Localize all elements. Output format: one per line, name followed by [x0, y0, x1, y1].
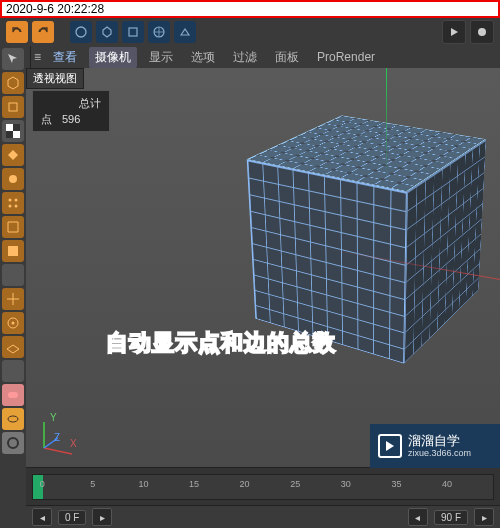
axis-label-y: Y — [50, 412, 57, 423]
record-button[interactable] — [470, 20, 494, 44]
tick: 5 — [90, 479, 95, 489]
svg-rect-4 — [9, 103, 17, 111]
axis-label-x: X — [70, 438, 77, 449]
tool-sep1 — [2, 264, 24, 286]
svg-rect-1 — [129, 28, 137, 36]
menu-display[interactable]: 显示 — [143, 47, 179, 68]
tick: 40 — [442, 479, 452, 489]
viewport-menu-bar: ≡ 查看 摄像机 显示 选项 过滤 面板 ProRender — [26, 46, 500, 68]
status-bar: ◂ 0 F ▸ ◂ 90 F ▸ — [26, 505, 500, 528]
prim-button-4[interactable] — [148, 21, 170, 43]
play-next-button[interactable]: ▸ — [92, 508, 112, 526]
tool-misc2[interactable] — [2, 408, 24, 430]
frame-end-field[interactable]: 90 F — [434, 510, 468, 525]
watermark-url: zixue.3d66.com — [408, 448, 471, 458]
tool-faces[interactable] — [2, 240, 24, 262]
top-toolbar — [0, 18, 500, 47]
menu-prorender[interactable]: ProRender — [311, 48, 381, 66]
perspective-viewport[interactable]: 透视视图 总计 点596 自动显示点和边的总数 Y X Z — [26, 68, 500, 468]
svg-rect-14 — [8, 246, 18, 256]
playback-button[interactable] — [442, 20, 466, 44]
tick: 0 — [40, 479, 45, 489]
timestamp-overlay: 2020-9-6 20:22:28 — [0, 0, 500, 18]
timeline-ticks: 0 5 10 15 20 25 30 35 40 — [33, 475, 493, 499]
tool-liveselect[interactable] — [2, 48, 24, 70]
svg-line-21 — [44, 448, 72, 454]
svg-point-13 — [15, 205, 18, 208]
tool-misc3[interactable] — [2, 432, 24, 454]
play-icon — [378, 434, 402, 458]
prim-button-1[interactable] — [70, 21, 92, 43]
tool-edit[interactable] — [2, 96, 24, 118]
menu-filter[interactable]: 过滤 — [227, 47, 263, 68]
viewport-title: 透视视图 — [26, 68, 84, 89]
svg-point-9 — [9, 175, 17, 183]
undo-button[interactable] — [6, 21, 28, 43]
tick: 30 — [341, 479, 351, 489]
tool-sep2 — [2, 360, 24, 382]
timeline-track[interactable]: 0 5 10 15 20 25 30 35 40 — [32, 474, 494, 500]
annotation-text: 自动显示点和边的总数 — [106, 328, 336, 358]
axis-label-z: Z — [54, 432, 60, 443]
prim-button-2[interactable] — [96, 21, 118, 43]
tick: 35 — [391, 479, 401, 489]
svg-point-0 — [76, 27, 86, 37]
tool-axis[interactable] — [2, 288, 24, 310]
menu-file-icon[interactable]: ≡ — [34, 50, 41, 64]
tool-points[interactable] — [2, 192, 24, 214]
tick: 25 — [290, 479, 300, 489]
tick: 20 — [240, 479, 250, 489]
svg-rect-8 — [6, 131, 13, 138]
hud-points-value: 596 — [62, 111, 80, 127]
svg-rect-5 — [6, 124, 13, 131]
svg-point-11 — [15, 199, 18, 202]
svg-point-10 — [9, 199, 12, 202]
axis-gizmo: Y X Z — [32, 414, 78, 460]
svg-rect-7 — [13, 124, 20, 131]
tool-poly[interactable] — [2, 144, 24, 166]
svg-point-18 — [8, 416, 18, 422]
tool-cube[interactable] — [2, 72, 24, 94]
svg-point-16 — [12, 322, 15, 325]
tool-checker[interactable] — [2, 120, 24, 142]
tick: 10 — [138, 479, 148, 489]
frame-end-next[interactable]: ▸ — [474, 508, 494, 526]
menu-view[interactable]: 查看 — [47, 47, 83, 68]
frame-start-field[interactable]: 0 F — [58, 510, 86, 525]
tool-workplane[interactable] — [2, 336, 24, 358]
prim-button-5[interactable] — [174, 21, 196, 43]
prim-button-3[interactable] — [122, 21, 144, 43]
watermark-title: 溜溜自学 — [408, 434, 471, 448]
menu-panel[interactable]: 面板 — [269, 47, 305, 68]
tool-snap[interactable] — [2, 312, 24, 334]
redo-button[interactable] — [32, 21, 54, 43]
hud-total-label: 总计 — [79, 95, 101, 111]
tool-brush[interactable] — [2, 168, 24, 190]
watermark-badge: 溜溜自学 zixue.3d66.com — [370, 424, 500, 468]
tool-misc1[interactable] — [2, 384, 24, 406]
svg-rect-17 — [8, 392, 18, 398]
svg-point-19 — [8, 438, 18, 448]
world-axis-y — [386, 68, 387, 178]
svg-point-3 — [478, 28, 486, 36]
hud-stats: 总计 点596 — [32, 90, 110, 132]
svg-rect-6 — [13, 131, 20, 138]
tool-edges[interactable] — [2, 216, 24, 238]
menu-options[interactable]: 选项 — [185, 47, 221, 68]
play-prev-button[interactable]: ◂ — [32, 508, 52, 526]
svg-point-12 — [9, 205, 12, 208]
frame-end-prev[interactable]: ◂ — [408, 508, 428, 526]
timeline[interactable]: 0 5 10 15 20 25 30 35 40 — [26, 467, 500, 506]
hud-points-label: 点 — [41, 111, 52, 127]
scene-cube[interactable] — [282, 148, 500, 348]
tick: 15 — [189, 479, 199, 489]
menu-camera[interactable]: 摄像机 — [89, 47, 137, 68]
